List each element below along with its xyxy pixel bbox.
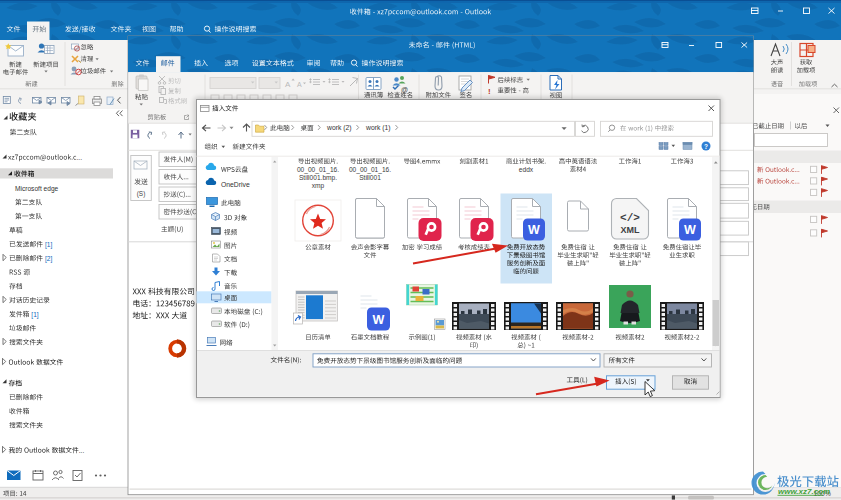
svg-text:A: A: [297, 81, 302, 88]
svg-text:OneDrive: OneDrive: [221, 181, 250, 188]
svg-text:[1]: [1]: [45, 241, 52, 249]
svg-text:[2]: [2]: [45, 255, 52, 263]
svg-text:work (1): work (1): [365, 124, 391, 132]
svg-text:work (2): work (2): [326, 124, 352, 132]
svg-text:?: ?: [704, 143, 708, 150]
svg-text:XML: XML: [621, 225, 641, 235]
svg-text:[1]: [1]: [31, 311, 38, 319]
svg-text:www.xz7.com: www.xz7.com: [778, 487, 830, 496]
svg-text:(S): (S): [137, 190, 146, 198]
svg-text:...: ...: [76, 154, 82, 161]
svg-text:xmp: xmp: [312, 182, 325, 190]
svg-text:Microsoft edge: Microsoft edge: [15, 185, 59, 193]
svg-text:</>: </>: [620, 212, 640, 224]
svg-text:00_00_01_16.: 00_00_01_16.: [297, 166, 339, 174]
svg-text:!: !: [488, 87, 491, 96]
svg-text:W: W: [528, 223, 540, 237]
svg-text:W: W: [684, 223, 696, 237]
svg-text:00_00_01_16.: 00_00_01_16.: [349, 166, 391, 174]
svg-text:Still001: Still001: [359, 174, 381, 181]
svg-text:...: ...: [79, 447, 85, 454]
svg-text:eddx: eddx: [519, 166, 534, 173]
svg-text:Still001.bmp.: Still001.bmp.: [299, 174, 337, 182]
svg-text:@: @: [401, 86, 408, 93]
svg-text:A: A: [285, 80, 291, 89]
svg-text:W: W: [373, 313, 385, 327]
